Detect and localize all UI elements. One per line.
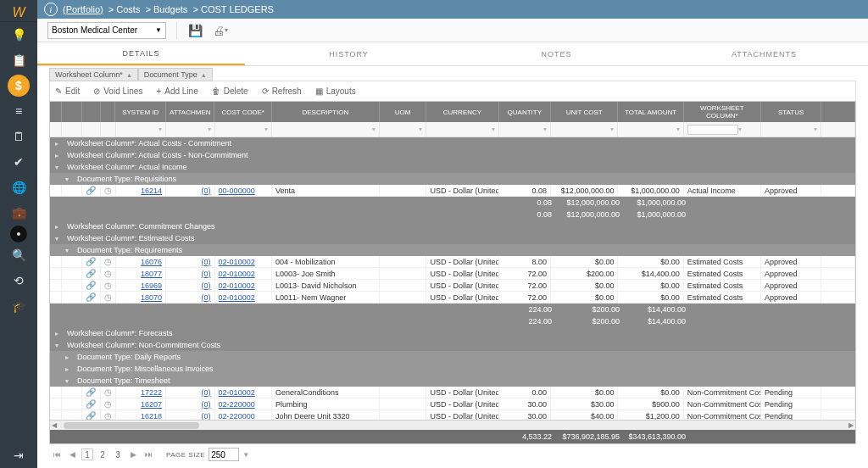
page-prev-icon[interactable]: ◀ — [66, 448, 78, 460]
attachments-link[interactable]: (0) — [202, 187, 211, 195]
page-size-input[interactable] — [209, 448, 239, 461]
page-next-icon[interactable]: ▶ — [127, 448, 139, 460]
filter-attachments[interactable]: ▾ — [166, 122, 215, 137]
col-attachments[interactable]: ATTACHMEN — [166, 102, 215, 122]
nav-globe-icon[interactable]: 🌐 — [0, 175, 37, 200]
tab-details[interactable]: DETAILS — [37, 42, 245, 65]
col-system-id[interactable]: SYSTEM ID — [115, 102, 166, 122]
nav-history-icon[interactable]: ⟲ — [0, 268, 37, 293]
print-icon[interactable]: 🖨▾ — [213, 23, 228, 38]
group-row[interactable]: ▸Document Type: Daily Reports — [50, 351, 855, 363]
horizontal-scrollbar[interactable]: ◀ ▶ — [50, 420, 855, 430]
group-row[interactable]: ▸Worksheet Column*: Commitment Changes — [50, 220, 855, 232]
table-row[interactable]: 🔗 ◷ 18077 (0) 02-010002 L0003- Joe Smith… — [50, 268, 855, 280]
breadcrumb-budgets[interactable]: Budgets — [153, 4, 187, 14]
col-currency[interactable]: CURRENCY — [426, 102, 498, 122]
void-lines-button[interactable]: ⊘Void Lines — [93, 86, 142, 96]
add-line-button[interactable]: +Add Line — [156, 86, 198, 96]
page-2[interactable]: 2 — [97, 448, 108, 460]
filter-currency[interactable]: ▾ — [426, 122, 498, 137]
filter-unit-cost[interactable]: ▾ — [551, 122, 618, 137]
nav-lightbulb-icon[interactable]: 💡 — [0, 22, 37, 47]
col-uom[interactable]: UOM — [380, 102, 427, 122]
page-1[interactable]: 1 — [81, 448, 93, 460]
nav-dollar-icon[interactable]: $ — [8, 75, 30, 97]
scrollbar-thumb[interactable] — [64, 422, 199, 429]
info-icon[interactable]: i — [44, 3, 58, 16]
group-tab-worksheet-column[interactable]: Worksheet Column*▲ — [49, 68, 138, 81]
nav-clipboard-icon[interactable]: 📋 — [0, 47, 37, 73]
filter-total[interactable]: ▾ — [618, 122, 683, 137]
filter-cost-code[interactable]: ▾ — [215, 122, 272, 137]
refresh-button[interactable]: ⟳Refresh — [262, 86, 302, 96]
col-cost-code[interactable]: COST CODE* — [214, 102, 271, 122]
subtotal-row: 224.00$200.00 $14,400.00 — [50, 315, 855, 327]
filter-description[interactable]: ▾ — [272, 122, 380, 137]
grid-body: ▸Worksheet Column*: Actual Costs - Commi… — [50, 137, 855, 420]
group-row[interactable]: ▾Document Type: Requirements — [50, 244, 855, 256]
breadcrumb-portfolio[interactable]: (Portfolio) — [63, 4, 103, 14]
breadcrumb-costs[interactable]: Costs — [116, 4, 140, 14]
system-id-link[interactable]: 16214 — [141, 187, 162, 195]
col-total-amount[interactable]: TOTAL AMOUNT — [618, 102, 683, 122]
table-row[interactable]: 🔗 ◷ 18070 (0) 02-010002 L0011- Nem Wagne… — [50, 292, 855, 304]
group-row[interactable]: ▸Worksheet Column*: Actual Costs - Non-C… — [50, 149, 855, 161]
link-icon[interactable]: 🔗 — [86, 186, 96, 195]
filter-worksheet-column[interactable]: ▾ — [684, 122, 761, 137]
clock-icon[interactable]: ◷ — [104, 186, 112, 195]
grid-header: SYSTEM ID ATTACHMEN COST CODE* DESCRIPTI… — [50, 102, 855, 122]
group-row[interactable]: ▾Worksheet Column*: Actual Income — [50, 161, 855, 173]
tab-history[interactable]: HISTORY — [245, 42, 453, 65]
app-logo: W — [0, 3, 37, 22]
cost-code-link[interactable]: 00-000000 — [219, 187, 255, 195]
col-quantity[interactable]: QUANTITY — [499, 102, 551, 122]
layouts-button[interactable]: ▦Layouts — [315, 86, 356, 96]
filter-quantity[interactable]: ▾ — [499, 122, 551, 137]
nav-dot-icon[interactable]: • — [10, 226, 27, 242]
table-row[interactable]: 🔗 ◷ 16969 (0) 02-010002 L0013- David Nic… — [50, 280, 855, 292]
tab-attachments[interactable]: ATTACHMENTS — [660, 42, 868, 65]
nav-check-icon[interactable]: ✔ — [0, 149, 37, 175]
nav-logout-icon[interactable]: ⇥ — [0, 443, 37, 468]
context-dropdown[interactable]: Boston Medical Center ▼ — [47, 22, 166, 39]
group-row[interactable]: ▾Worksheet Column*: Non-Commitment Costs — [50, 339, 855, 351]
edit-button[interactable]: ✎Edit — [55, 86, 80, 96]
refresh-icon: ⟳ — [262, 86, 269, 96]
table-row[interactable]: 🔗 ◷ 17222 (0) 02-010002 GeneralCondition… — [50, 387, 855, 398]
clock-icon[interactable]: ◷ — [104, 257, 112, 266]
col-worksheet-column[interactable]: WORKSHEET COLUMN* — [684, 102, 761, 122]
page-last-icon[interactable]: ⏭ — [142, 448, 154, 460]
page-first-icon[interactable]: ⏮ — [51, 448, 63, 460]
pager: ⏮ ◀ 1 2 3 ▶ ⏭ PAGE SIZE ▼ — [49, 444, 856, 465]
group-row[interactable]: ▾Document Type: Timesheet — [50, 375, 855, 387]
group-row[interactable]: ▸Worksheet Column*: Actual Costs - Commi… — [50, 137, 855, 149]
table-row[interactable]: 🔗 ◷ 16214 (0) 00-000000 Venta USD - Doll… — [50, 185, 855, 197]
table-row[interactable]: 🔗 ◷ 16207 (0) 02-220000 Plumbing USD - D… — [50, 398, 855, 410]
col-description[interactable]: DESCRIPTION — [272, 102, 380, 122]
tab-notes[interactable]: NOTES — [453, 42, 660, 65]
save-icon[interactable]: 💾 — [187, 23, 203, 38]
filter-system-id[interactable]: ▾ — [116, 122, 167, 137]
group-tab-document-type[interactable]: Document Type▲ — [138, 68, 213, 81]
breadcrumb: (Portfolio) > Costs > Budgets > COST LED… — [63, 4, 274, 14]
page-3[interactable]: 3 — [112, 448, 124, 460]
col-unit-cost[interactable]: UNIT COST — [551, 102, 618, 122]
filter-status[interactable]: ▾ — [761, 122, 821, 137]
link-icon[interactable]: 🔗 — [86, 257, 96, 266]
group-row[interactable]: ▸Document Type: Miscellaneous Invoices — [50, 363, 855, 375]
nav-mortarboard-icon[interactable]: 🎓 — [0, 293, 37, 319]
nav-calculator-icon[interactable]: 🗒 — [0, 124, 37, 149]
table-row[interactable]: 🔗 ◷ 16076 (0) 02-010002 004 - Mobilizati… — [50, 256, 855, 268]
delete-button[interactable]: 🗑Delete — [212, 86, 248, 96]
col-status[interactable]: STATUS — [761, 102, 821, 122]
filter-uom[interactable]: ▾ — [380, 122, 427, 137]
group-row[interactable]: ▾Worksheet Column*: Estimated Costs — [50, 232, 855, 244]
table-row[interactable]: 🔗 ◷ 16218 (0) 02-220000 John Deere Unit … — [50, 410, 855, 420]
group-row[interactable]: ▸Worksheet Column*: Forecasts — [50, 327, 855, 339]
nav-search-icon[interactable]: 🔍 — [0, 242, 37, 268]
grand-total-row: 4,533.22 $736,902,185.95 $343,613,390.00 — [50, 430, 855, 443]
subtotal-row: 224.00$200.00 $14,400.00 — [50, 304, 855, 315]
nav-bars-icon[interactable]: ≡ — [0, 98, 37, 124]
nav-briefcase-icon[interactable]: 💼 — [0, 200, 37, 226]
group-row[interactable]: ▾Document Type: Requisitions — [50, 173, 855, 185]
